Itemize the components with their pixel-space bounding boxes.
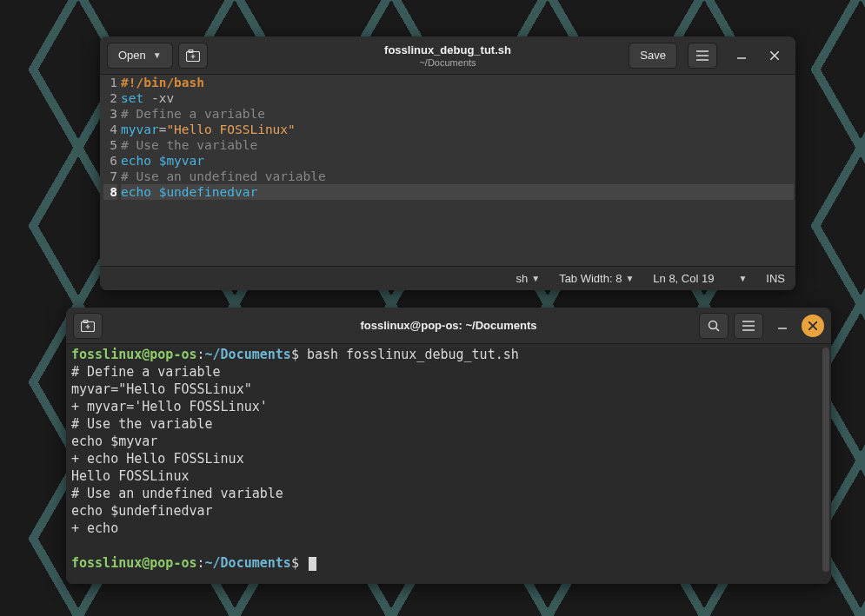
code-line[interactable]: #!/bin/bash: [121, 75, 794, 90]
line-number: 1: [103, 75, 117, 90]
prompt-sep: :: [197, 555, 205, 571]
line-number: 7: [103, 169, 117, 184]
editor-titlebar[interactable]: Open ▼ fosslinux_debug_tut.sh ~/Document…: [100, 36, 795, 75]
terminal-menu-button[interactable]: [734, 313, 763, 339]
statusbar-tabwidth[interactable]: Tab Width: 8 ▼: [559, 272, 634, 285]
minimize-icon: [778, 321, 787, 330]
terminal-line: fosslinux@pop-os:~/Documents$ bash fossl…: [71, 346, 826, 363]
save-button[interactable]: Save: [629, 43, 677, 69]
terminal-output-line: Hello FOSSLinux: [71, 467, 826, 485]
code-line[interactable]: echo $undefinedvar: [121, 184, 794, 200]
terminal-cursor: [309, 557, 316, 571]
terminal-search-button[interactable]: [699, 313, 729, 339]
terminal-body[interactable]: fosslinux@pop-os:~/Documents$ bash fossl…: [66, 344, 831, 584]
terminal-output-line: + echo: [71, 520, 826, 537]
terminal-scrollbar[interactable]: [822, 348, 829, 572]
prompt-path: ~/Documents: [205, 347, 291, 362]
terminal-command: bash fosslinux_debug_tut.sh: [299, 347, 519, 362]
terminal-line: fosslinux@pop-os:~/Documents$: [71, 554, 826, 572]
line-number: 6: [103, 153, 117, 169]
line-number: 3: [103, 106, 117, 122]
line-number: 4: [103, 122, 117, 137]
prompt-sep: :: [197, 347, 205, 362]
prompt-user: fosslinux@pop-os: [71, 347, 197, 362]
save-button-label: Save: [640, 49, 666, 62]
editor-statusbar: sh ▼ Tab Width: 8 ▼ Ln 8, Col 19 ▼ INS: [100, 266, 795, 290]
terminal-close-button[interactable]: [802, 315, 824, 337]
hamburger-icon: [742, 321, 755, 331]
close-icon: [770, 51, 779, 60]
new-tab-icon: [81, 320, 95, 332]
terminal-output-line: # Use an undefined variable: [71, 485, 826, 502]
terminal-output-line: + myvar='Hello FOSSLinux': [71, 398, 826, 415]
chevron-down-icon: ▼: [625, 274, 634, 283]
close-icon: [808, 321, 817, 330]
open-button[interactable]: Open ▼: [107, 43, 173, 69]
minimize-icon: [737, 51, 746, 60]
terminal-window: fosslinux@pop-os: ~/Documents: [66, 308, 831, 584]
chevron-down-icon: ▼: [738, 274, 747, 283]
terminal-output-line: # Define a variable: [71, 363, 826, 381]
open-button-label: Open: [118, 49, 146, 62]
code-line[interactable]: echo $myvar: [121, 153, 794, 169]
code-line[interactable]: set -xv: [121, 90, 794, 106]
text-editor-window: Open ▼ fosslinux_debug_tut.sh ~/Document…: [100, 36, 795, 290]
hamburger-icon: [696, 50, 709, 61]
new-terminal-tab-button[interactable]: [73, 313, 103, 339]
terminal-output-line: # Use the variable: [71, 415, 826, 433]
svg-line-15: [716, 328, 720, 331]
hamburger-menu-button[interactable]: [688, 43, 717, 69]
search-icon: [708, 320, 720, 332]
code-area[interactable]: #!/bin/bashset -xv# Define a variablemyv…: [121, 75, 795, 266]
editor-body[interactable]: 12345678 #!/bin/bashset -xv# Define a va…: [100, 75, 795, 266]
code-line[interactable]: # Use an undefined variable: [121, 169, 794, 184]
close-button[interactable]: [761, 43, 788, 69]
terminal-titlebar[interactable]: fosslinux@pop-os: ~/Documents: [66, 308, 831, 344]
prompt-user: fosslinux@pop-os: [71, 555, 197, 571]
prompt-symbol: $: [291, 347, 299, 362]
svg-point-14: [709, 321, 717, 328]
line-number-gutter: 12345678: [100, 75, 121, 266]
chevron-down-icon: ▼: [153, 50, 162, 60]
new-tab-icon: [186, 50, 200, 62]
terminal-output-line: echo $undefinedvar: [71, 502, 826, 520]
minimize-button[interactable]: [728, 43, 755, 69]
line-number: 2: [103, 90, 117, 106]
line-number: 5: [103, 137, 117, 153]
chevron-down-icon: ▼: [531, 274, 540, 283]
prompt-path: ~/Documents: [205, 555, 291, 571]
new-tab-button[interactable]: [178, 43, 208, 69]
terminal-output-line: myvar="Hello FOSSLinux": [71, 381, 826, 398]
statusbar-language[interactable]: sh ▼: [516, 272, 541, 285]
line-number: 8: [103, 184, 117, 200]
terminal-output-line: [71, 537, 826, 554]
code-line[interactable]: # Use the variable: [121, 137, 794, 153]
statusbar-position[interactable]: Ln 8, Col 19 ▼: [653, 272, 747, 285]
terminal-minimize-button[interactable]: [769, 313, 796, 339]
code-line[interactable]: myvar="Hello FOSSLinux": [121, 122, 794, 137]
statusbar-insert-mode[interactable]: INS: [766, 272, 785, 285]
prompt-symbol: $: [291, 555, 299, 571]
terminal-output-line: + echo Hello FOSSLinux: [71, 450, 826, 467]
code-line[interactable]: # Define a variable: [121, 106, 794, 122]
terminal-output-line: echo $myvar: [71, 433, 826, 450]
